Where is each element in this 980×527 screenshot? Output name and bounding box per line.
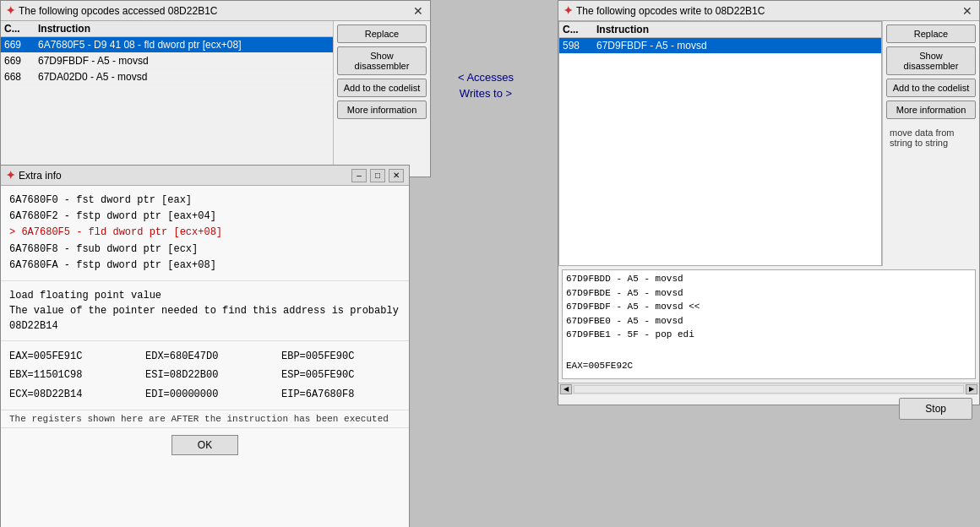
ce-icon-left: ✦ bbox=[6, 4, 15, 17]
info-line: EAX=005FE92C bbox=[566, 359, 972, 373]
stop-button[interactable]: Stop bbox=[899, 398, 972, 420]
reg-eip: EIP=6A7680F8 bbox=[281, 386, 400, 403]
info-line: 67D9FBDD - A5 - movsd bbox=[566, 272, 972, 286]
info-line: 67D9FBE1 - 5F - pop edi bbox=[566, 328, 972, 342]
row-count: 669 bbox=[4, 55, 38, 67]
h-scrollbar[interactable]: ◀ ▶ bbox=[558, 383, 979, 394]
show-disassembler-button-right[interactable]: Show disassembler bbox=[886, 46, 976, 75]
more-info-button-left[interactable]: More information bbox=[337, 101, 427, 119]
replace-button-left[interactable]: Replace bbox=[337, 24, 427, 43]
h-scroll-left[interactable]: ◀ bbox=[560, 384, 572, 394]
show-disassembler-button-left[interactable]: Show disassembler bbox=[337, 46, 427, 75]
h-scroll-right[interactable]: ▶ bbox=[966, 384, 977, 394]
table-row[interactable]: 598 67D9FBDF - A5 - movsd bbox=[559, 38, 881, 54]
reg-edx: EDX=680E47D0 bbox=[145, 348, 264, 365]
code-line: 6A7680F0 - fst dword ptr [eax] bbox=[9, 193, 400, 209]
right-panel-close[interactable]: ✕ bbox=[961, 4, 974, 18]
description-text: load floating point value bbox=[9, 288, 400, 303]
code-line: 6A7680F8 - fsub dword ptr [ecx] bbox=[9, 242, 400, 258]
row-instruction: 67DA02D0 - A5 - movsd bbox=[38, 71, 329, 83]
add-to-codelist-button-left[interactable]: Add to the codelist bbox=[337, 79, 427, 97]
bottom-info-box[interactable]: 67D9FBDD - A5 - movsd 67D9FBDE - A5 - mo… bbox=[562, 269, 976, 379]
right-panel-title: The following opcodes write to 08D22B1C bbox=[576, 5, 765, 17]
col-count-header: C... bbox=[4, 23, 38, 35]
register-note: The registers shown here are AFTER the i… bbox=[1, 410, 409, 427]
table-row[interactable]: 668 67DA02D0 - A5 - movsd bbox=[1, 69, 333, 85]
left-table-area: C... Instruction 669 6A7680F5 - D9 41 08… bbox=[1, 21, 430, 177]
more-info-hint: move data from string to string bbox=[886, 124, 976, 151]
info-line: EBX=11501C98 bbox=[566, 377, 972, 380]
right-col-instruction-header: Instruction bbox=[596, 24, 878, 35]
col-instruction-header: Instruction bbox=[38, 23, 329, 35]
right-table: C... Instruction 598 67D9FBDF - A5 - mov… bbox=[559, 22, 881, 265]
row-count: 598 bbox=[563, 40, 596, 52]
reg-ebx: EBX=11501C98 bbox=[9, 367, 128, 383]
info-line: 67D9FBDF - A5 - movsd << bbox=[566, 300, 972, 314]
extra-info-titlebar: ✦ Extra info – □ ✕ bbox=[1, 166, 409, 186]
writes-to-link[interactable]: Writes to > bbox=[427, 87, 545, 100]
middle-nav: < Accesses Writes to > bbox=[427, 68, 545, 103]
minimize-button[interactable]: – bbox=[351, 169, 367, 182]
reg-eax: EAX=005FE91C bbox=[9, 348, 128, 365]
left-panel-buttons: Replace Show disassembler Add to the cod… bbox=[333, 21, 430, 177]
stop-area: Stop bbox=[558, 394, 979, 425]
left-table: C... Instruction 669 6A7680F5 - D9 41 08… bbox=[1, 21, 333, 177]
description-area: load floating point value The value of t… bbox=[1, 280, 409, 340]
h-scroll-track bbox=[574, 385, 964, 394]
ce-icon-right: ✦ bbox=[564, 4, 573, 17]
ok-area: OK bbox=[1, 427, 409, 462]
add-to-codelist-button-right[interactable]: Add to the codelist bbox=[886, 79, 976, 97]
code-arrow: > bbox=[9, 226, 21, 238]
right-panel-titlebar: ✦ The following opcodes write to 08D22B1… bbox=[558, 1, 979, 21]
maximize-button[interactable]: □ bbox=[370, 169, 385, 182]
ce-icon-extra: ✦ bbox=[6, 169, 15, 182]
accesses-link[interactable]: < Accesses bbox=[427, 71, 545, 84]
extra-info-title: Extra info bbox=[19, 170, 62, 182]
more-info-button-right[interactable]: More information bbox=[886, 101, 976, 119]
pointer-note: The value of the pointer needed to find … bbox=[9, 303, 400, 334]
code-line-highlighted: > 6A7680F5 - fld dword ptr [ecx+08] bbox=[9, 225, 400, 241]
reg-edi: EDI=00000000 bbox=[145, 386, 264, 403]
reg-ebp: EBP=005FE90C bbox=[281, 348, 400, 365]
right-table-area: C... Instruction 598 67D9FBDF - A5 - mov… bbox=[558, 21, 979, 266]
left-panel-title: The following opcodes accessed 08D22B1C bbox=[19, 5, 217, 17]
code-line: 6A7680F2 - fstp dword ptr [eax+04] bbox=[9, 209, 400, 225]
close-button[interactable]: ✕ bbox=[389, 169, 404, 182]
left-table-header: C... Instruction bbox=[1, 21, 333, 37]
code-area: 6A7680F0 - fst dword ptr [eax] 6A7680F2 … bbox=[1, 186, 409, 280]
code-line: 6A7680FA - fstp dword ptr [eax+08] bbox=[9, 258, 400, 274]
left-panel-close[interactable]: ✕ bbox=[411, 4, 425, 18]
left-panel: ✦ The following opcodes accessed 08D22B1… bbox=[0, 0, 431, 177]
row-count: 669 bbox=[4, 39, 38, 51]
reg-ecx: ECX=08D22B14 bbox=[9, 386, 128, 403]
table-row[interactable]: 669 67D9FBDF - A5 - movsd bbox=[1, 53, 333, 69]
reg-esi: ESI=08D22B00 bbox=[145, 367, 264, 383]
row-count: 668 bbox=[4, 71, 38, 83]
right-table-wrapper: C... Instruction 598 67D9FBDF - A5 - mov… bbox=[558, 21, 882, 266]
left-panel-titlebar: ✦ The following opcodes accessed 08D22B1… bbox=[1, 1, 430, 21]
right-col-count-header: C... bbox=[563, 24, 596, 35]
right-panel: ✦ The following opcodes write to 08D22B1… bbox=[558, 0, 980, 405]
extra-info-window: ✦ Extra info – □ ✕ 6A7680F0 - fst dword … bbox=[0, 165, 410, 527]
ok-button[interactable]: OK bbox=[172, 435, 238, 455]
replace-button-right[interactable]: Replace bbox=[886, 24, 976, 43]
right-panel-buttons: Replace Show disassembler Add to the cod… bbox=[882, 21, 979, 266]
info-line: 67D9FBDE - A5 - movsd bbox=[566, 286, 972, 301]
info-line bbox=[566, 342, 972, 356]
info-line: 67D9FBE0 - A5 - movsd bbox=[566, 314, 972, 329]
row-instruction: 67D9FBDF - A5 - movsd bbox=[38, 55, 329, 67]
reg-esp: ESP=005FE90C bbox=[281, 367, 400, 383]
table-row[interactable]: 669 6A7680F5 - D9 41 08 - fld dword ptr … bbox=[1, 37, 333, 53]
row-instruction: 67D9FBDF - A5 - movsd bbox=[596, 40, 878, 52]
row-instruction: 6A7680F5 - D9 41 08 - fld dword ptr [ecx… bbox=[38, 39, 329, 51]
right-table-header: C... Instruction bbox=[559, 22, 881, 38]
registers-area: EAX=005FE91C EDX=680E47D0 EBP=005FE90C E… bbox=[1, 340, 409, 410]
